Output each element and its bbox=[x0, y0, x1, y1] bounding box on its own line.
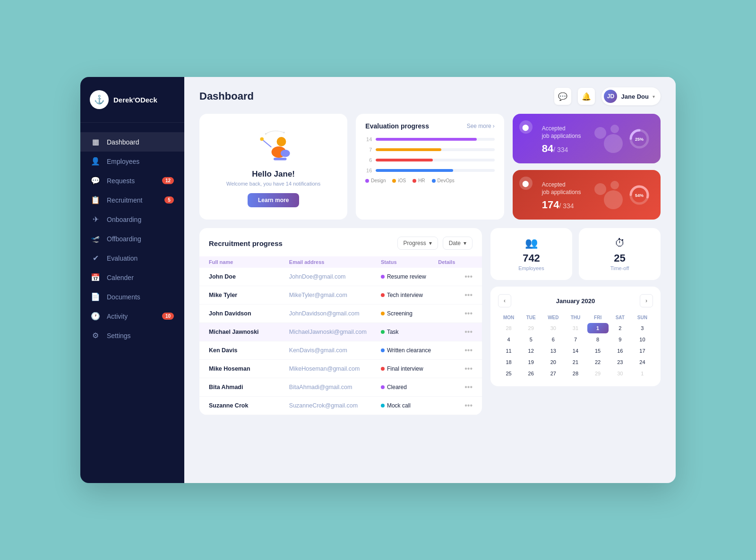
sidebar-item-recruitment[interactable]: 📋 Recruitment 5 bbox=[80, 190, 184, 210]
calendar-day[interactable]: 10 bbox=[632, 334, 653, 345]
status-badge: Cleared bbox=[381, 384, 438, 390]
user-chip[interactable]: JD Jane Dou ▾ bbox=[601, 87, 661, 105]
employee-status: Written clearance bbox=[381, 347, 438, 354]
sidebar-item-dashboard[interactable]: ▦ Dashboard bbox=[80, 132, 184, 152]
table-row[interactable]: Mike Hoseman MikeHoseman@gmail.com Final… bbox=[199, 360, 482, 378]
stat-bubbles bbox=[585, 181, 623, 209]
calendar-day[interactable]: 4 bbox=[498, 334, 519, 345]
calendar-day[interactable]: 22 bbox=[587, 357, 609, 367]
bar-row: 16 bbox=[365, 168, 494, 173]
table-row[interactable]: Bita Ahmadi BitaAhmadi@gmail.com Cleared… bbox=[199, 378, 482, 397]
calendar-day[interactable]: 30 bbox=[610, 368, 631, 379]
calendar-day[interactable]: 23 bbox=[610, 357, 631, 367]
row-more-button[interactable]: ••• bbox=[438, 383, 472, 391]
offboarding-icon: 🛫 bbox=[91, 234, 100, 243]
sidebar-item-offboarding[interactable]: 🛫 Offboarding bbox=[80, 229, 184, 248]
calendar-day[interactable]: 6 bbox=[542, 334, 564, 345]
calendar-day-header: TUE bbox=[520, 313, 541, 322]
sidebar-item-calendar[interactable]: 📅 Calender bbox=[80, 268, 184, 287]
sidebar-item-evaluation[interactable]: ✔ Evaluation bbox=[80, 248, 184, 268]
row-more-button[interactable]: ••• bbox=[438, 309, 472, 318]
calendar-day[interactable]: 30 bbox=[542, 323, 564, 333]
sidebar-item-documents[interactable]: 📄 Documents bbox=[80, 287, 184, 306]
calendar-day[interactable]: 21 bbox=[565, 357, 586, 367]
mini-stat-number: 742 bbox=[523, 252, 540, 264]
mini-stat-card: 👥 742 Employees bbox=[490, 228, 572, 280]
calendar-day[interactable]: 31 bbox=[565, 323, 586, 333]
row-more-button[interactable]: ••• bbox=[438, 328, 472, 336]
top-row: Hello Jane! Welcome back, you have 14 no… bbox=[199, 114, 661, 220]
calendar-day[interactable]: 29 bbox=[587, 368, 609, 379]
calendar-day[interactable]: 26 bbox=[520, 368, 541, 379]
table-row[interactable]: Ken Davis KenDavis@gmail.com Written cle… bbox=[199, 341, 482, 360]
calendar-day[interactable]: 28 bbox=[498, 323, 519, 333]
recruitment-header: Recruitment progress Progress ▾ Date ▾ bbox=[199, 228, 482, 256]
calendar-day[interactable]: 27 bbox=[542, 368, 564, 379]
table-row[interactable]: John Doe JohnDoe@gmail.com Resume review… bbox=[199, 268, 482, 286]
calendar-day[interactable]: 18 bbox=[498, 357, 519, 367]
calendar-day[interactable]: 11 bbox=[498, 346, 519, 356]
status-dot bbox=[381, 385, 385, 389]
calendar-grid: MONTUEWEDTHUFRISATSUN2829303112345678910… bbox=[498, 313, 653, 379]
table-row[interactable]: John Davidson JohnDavidson@gmail.com Scr… bbox=[199, 305, 482, 323]
calendar-day[interactable]: 17 bbox=[632, 346, 653, 356]
mini-stat-label: Employees bbox=[518, 265, 544, 271]
row-more-button[interactable]: ••• bbox=[438, 365, 472, 373]
employee-status: Task bbox=[381, 329, 438, 335]
table-row[interactable]: Michael Jawnoski MichaelJawnoski@gmail.c… bbox=[199, 323, 482, 341]
calendar-day[interactable]: 3 bbox=[632, 323, 653, 333]
bar-row: 14 bbox=[365, 136, 494, 142]
sidebar-item-activity[interactable]: 🕐 Activity 10 bbox=[80, 306, 184, 326]
calendar-day[interactable]: 25 bbox=[498, 368, 519, 379]
notifications-button[interactable]: 🔔 bbox=[578, 88, 595, 105]
stat-bubbles bbox=[585, 125, 623, 153]
sidebar-item-settings[interactable]: ⚙ Settings bbox=[80, 326, 184, 345]
bar-track bbox=[376, 159, 494, 161]
calendar-day[interactable]: 19 bbox=[520, 357, 541, 367]
employee-status: Mock call bbox=[381, 402, 438, 409]
stat-icon: ⬤ bbox=[519, 120, 533, 134]
row-more-button[interactable]: ••• bbox=[438, 291, 472, 299]
table-row[interactable]: Suzanne Crok SuzanneCrok@gmail.com Mock … bbox=[199, 397, 482, 415]
messages-button[interactable]: 💬 bbox=[554, 88, 571, 105]
status-dot bbox=[381, 293, 385, 297]
row-more-button[interactable]: ••• bbox=[438, 272, 472, 281]
date-filter[interactable]: Date ▾ bbox=[443, 237, 472, 250]
eval-header: Evaluation progress See more › bbox=[365, 122, 494, 130]
calendar-day[interactable]: 28 bbox=[565, 368, 586, 379]
calendar-day[interactable]: 1 bbox=[632, 368, 653, 379]
learn-more-button[interactable]: Learn more bbox=[248, 193, 299, 207]
employee-email: BitaAhmadi@gmail.com bbox=[289, 384, 381, 390]
mini-stat-label: Time-off bbox=[610, 265, 629, 271]
sidebar-item-employees[interactable]: 👤 Employees bbox=[80, 152, 184, 171]
row-more-button[interactable]: ••• bbox=[438, 401, 472, 410]
badge-recruitment: 5 bbox=[164, 196, 174, 204]
progress-filter[interactable]: Progress ▾ bbox=[397, 237, 438, 250]
calendar-day[interactable]: 29 bbox=[520, 323, 541, 333]
calendar-prev-button[interactable]: ‹ bbox=[498, 294, 511, 307]
calendar-next-button[interactable]: › bbox=[640, 294, 653, 307]
calendar-day[interactable]: 1 bbox=[587, 323, 609, 333]
calendar-day[interactable]: 9 bbox=[610, 334, 631, 345]
see-more-link[interactable]: See more › bbox=[467, 123, 495, 129]
sidebar-item-onboarding[interactable]: ✈ Onboarding bbox=[80, 210, 184, 229]
calendar-day[interactable]: 8 bbox=[587, 334, 609, 345]
legend-dot bbox=[432, 179, 436, 183]
calendar-day[interactable]: 24 bbox=[632, 357, 653, 367]
table-row[interactable]: Mike Tyler MikeTyler@gmail.com Tech inte… bbox=[199, 286, 482, 305]
sidebar-item-requests[interactable]: 💬 Requests 12 bbox=[80, 171, 184, 190]
calendar-day[interactable]: 14 bbox=[565, 346, 586, 356]
calendar-day[interactable]: 2 bbox=[610, 323, 631, 333]
calendar-day[interactable]: 13 bbox=[542, 346, 564, 356]
employee-email: MikeTyler@gmail.com bbox=[289, 292, 381, 298]
calendar-day[interactable]: 7 bbox=[565, 334, 586, 345]
calendar-day[interactable]: 5 bbox=[520, 334, 541, 345]
sidebar-label-employees: Employees bbox=[107, 158, 139, 165]
employee-name: Bita Ahmadi bbox=[209, 384, 289, 390]
calendar-day[interactable]: 15 bbox=[587, 346, 609, 356]
calendar-day[interactable]: 20 bbox=[542, 357, 564, 367]
row-more-button[interactable]: ••• bbox=[438, 346, 472, 355]
calendar-day[interactable]: 12 bbox=[520, 346, 541, 356]
calendar-day[interactable]: 16 bbox=[610, 346, 631, 356]
sidebar-logo[interactable]: ⚓ Derek'ODeck bbox=[80, 77, 184, 123]
